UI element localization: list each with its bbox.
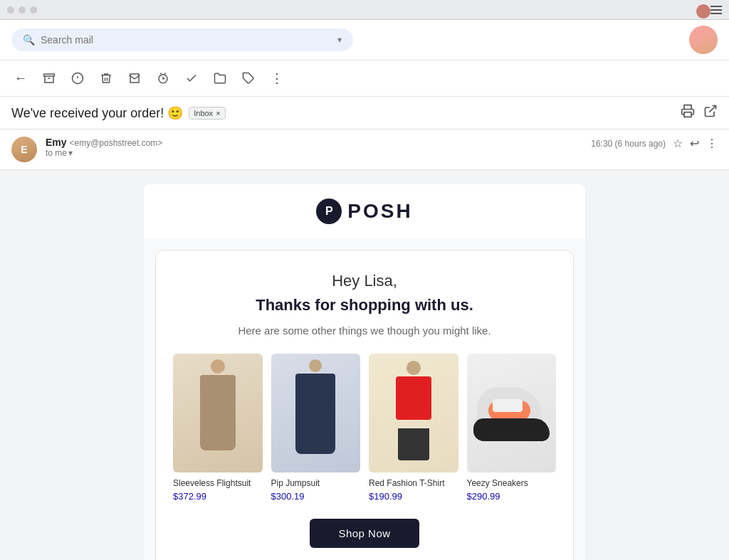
browser-bar bbox=[0, 0, 729, 20]
product-image-1 bbox=[173, 354, 263, 472]
product-item: Sleeveless Flightsuit $372.99 bbox=[173, 354, 263, 502]
mark-unread-button[interactable] bbox=[125, 69, 144, 88]
archive-button[interactable] bbox=[40, 69, 58, 88]
posh-card: Hey Lisa, Thanks for shopping with us. H… bbox=[155, 250, 574, 560]
shop-now-button[interactable]: Shop Now bbox=[310, 519, 419, 548]
browser-dot-1 bbox=[7, 6, 14, 14]
sender-info: Emy <emy@poshstreet.com> to me ▾ bbox=[46, 137, 582, 158]
sender-name: Emy bbox=[46, 137, 67, 148]
inbox-badge-close[interactable]: × bbox=[216, 109, 220, 117]
product-price-4: $290.99 bbox=[467, 491, 557, 502]
product-name-3: Red Fashion T-Shirt bbox=[369, 478, 458, 488]
svg-rect-8 bbox=[684, 112, 691, 117]
mark-done-button[interactable] bbox=[182, 69, 201, 88]
greeting-text: Hey Lisa, bbox=[173, 272, 556, 290]
product-figure-1 bbox=[195, 359, 240, 467]
gmail-header: 🔍 ▾ bbox=[0, 20, 729, 60]
email-more-icon[interactable]: ⋮ bbox=[706, 137, 718, 150]
avatar-figure bbox=[689, 26, 718, 54]
product-name-2: Pip Jumpsuit bbox=[271, 478, 361, 488]
posh-logo: P POSH bbox=[158, 199, 571, 224]
sender-avatar: E bbox=[11, 137, 37, 162]
delete-button[interactable] bbox=[97, 69, 115, 88]
product-name-1: Sleeveless Flightsuit bbox=[173, 478, 263, 488]
product-item: Yeezy Sneakers $290.99 bbox=[467, 354, 557, 502]
search-bar[interactable]: 🔍 ▾ bbox=[11, 28, 353, 51]
search-dropdown-icon[interactable]: ▾ bbox=[337, 35, 342, 45]
fig-3-body bbox=[396, 376, 431, 419]
sender-name-line: Emy <emy@poshstreet.com> bbox=[46, 137, 582, 148]
product-price-3: $190.99 bbox=[369, 491, 458, 502]
email-subject-bar: We've received your order! 🙂 Inbox × bbox=[0, 97, 729, 130]
shoe-figure bbox=[473, 376, 550, 441]
more-button[interactable]: ⋮ bbox=[268, 68, 286, 89]
sender-to[interactable]: to me ▾ bbox=[46, 148, 582, 158]
posh-header: P POSH bbox=[144, 184, 585, 238]
snooze-button[interactable] bbox=[154, 69, 172, 88]
product-figure-2 bbox=[293, 359, 338, 467]
inbox-badge-label: Inbox bbox=[194, 109, 213, 117]
products-grid: Sleeveless Flightsuit $372.99 Pip Jumpsu… bbox=[173, 354, 556, 502]
product-image-4 bbox=[467, 354, 557, 472]
email-content: P POSH Hey Lisa, Thanks for shopping wit… bbox=[144, 184, 585, 560]
svg-rect-0 bbox=[44, 74, 55, 76]
browser-controls bbox=[7, 6, 37, 14]
posh-logo-text: POSH bbox=[347, 200, 412, 223]
email-body: P POSH Hey Lisa, Thanks for shopping wit… bbox=[0, 170, 729, 560]
subject-left: We've received your order! 🙂 Inbox × bbox=[11, 105, 226, 121]
product-item: Red Fashion T-Shirt $190.99 bbox=[369, 354, 458, 502]
product-name-4: Yeezy Sneakers bbox=[467, 478, 557, 488]
email-toolbar: ← ⋮ bbox=[0, 60, 729, 97]
search-icon: 🔍 bbox=[23, 34, 35, 46]
report-button[interactable] bbox=[68, 69, 87, 88]
email-time: 16:30 (6 hours ago) ☆ ↩ ⋮ bbox=[591, 137, 718, 150]
reply-icon[interactable]: ↩ bbox=[690, 137, 699, 150]
star-icon[interactable]: ☆ bbox=[673, 137, 683, 150]
open-icon[interactable] bbox=[703, 104, 718, 122]
product-item: Pip Jumpsuit $300.19 bbox=[271, 354, 361, 502]
email-timestamp: 16:30 (6 hours ago) bbox=[591, 139, 666, 149]
label-button[interactable] bbox=[239, 69, 258, 88]
browser-menu-icon[interactable] bbox=[710, 6, 722, 14]
subject-right bbox=[681, 104, 718, 122]
back-button[interactable]: ← bbox=[11, 68, 30, 89]
time-actions: ☆ ↩ ⋮ bbox=[673, 137, 718, 150]
product-image-2 bbox=[271, 354, 361, 472]
inbox-badge: Inbox × bbox=[189, 107, 225, 120]
shoe-sole bbox=[473, 418, 550, 441]
shoe-laces bbox=[493, 399, 523, 412]
browser-dot-3 bbox=[30, 6, 37, 14]
user-avatar[interactable] bbox=[689, 26, 718, 54]
search-input[interactable] bbox=[41, 34, 332, 46]
product-image-3 bbox=[369, 354, 458, 472]
email-subject: We've received your order! 🙂 bbox=[11, 105, 183, 121]
thanks-text: Thanks for shopping with us. bbox=[173, 296, 556, 315]
move-to-button[interactable] bbox=[211, 69, 229, 88]
sender-avatar-inner: E bbox=[11, 137, 37, 162]
product-price-1: $372.99 bbox=[173, 491, 263, 502]
print-icon[interactable] bbox=[681, 104, 695, 122]
posh-logo-icon: P bbox=[316, 199, 342, 224]
svg-line-6 bbox=[164, 73, 166, 75]
suggestion-text: Here are some other things we though you… bbox=[173, 324, 556, 337]
product-price-2: $300.19 bbox=[271, 491, 361, 502]
svg-line-5 bbox=[160, 73, 162, 75]
product-figure-3 bbox=[391, 359, 436, 467]
email-meta: E Emy <emy@poshstreet.com> to me ▾ 16:30… bbox=[0, 130, 729, 170]
svg-line-9 bbox=[709, 106, 715, 112]
browser-dot-2 bbox=[19, 6, 26, 14]
fig-3-legs bbox=[398, 428, 429, 460]
fig-3-head bbox=[407, 361, 421, 375]
sender-email: <emy@poshstreet.com> bbox=[69, 138, 162, 148]
recipient-dropdown-icon: ▾ bbox=[68, 148, 73, 158]
